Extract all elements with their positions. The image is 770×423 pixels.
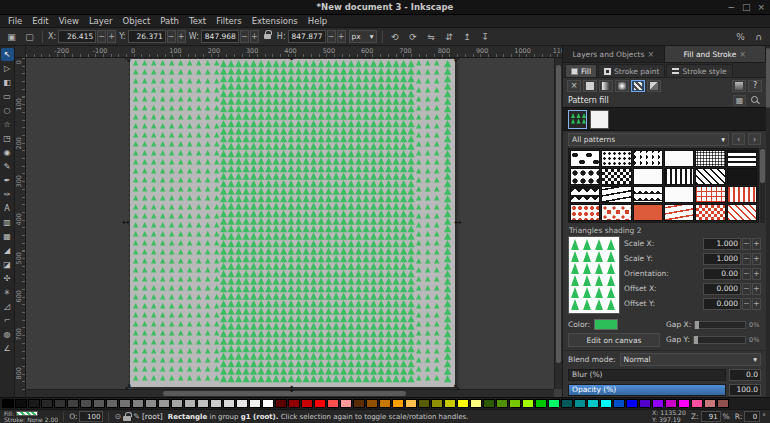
menu-text[interactable]: Text (184, 16, 211, 26)
pattern-tile-checker[interactable] (601, 168, 631, 185)
palette-swatch[interactable] (184, 399, 196, 408)
blank-pattern-thumbnail[interactable] (590, 110, 609, 129)
lock-ratio-icon[interactable] (262, 30, 274, 43)
palette-swatch[interactable] (483, 399, 495, 408)
increment-button[interactable]: + (177, 30, 186, 43)
increment-button[interactable]: + (752, 268, 761, 280)
pattern-tile-red-hatch[interactable] (727, 204, 757, 221)
palette-swatch[interactable] (275, 399, 287, 408)
tool-gradient[interactable]: ▥ (1, 216, 14, 229)
palette-swatch[interactable] (652, 399, 664, 408)
tool-star[interactable]: ☆ (1, 118, 14, 131)
palette-swatch[interactable] (119, 399, 131, 408)
decrement-button[interactable]: − (742, 283, 751, 295)
palette-swatch[interactable] (2, 399, 14, 408)
close-icon[interactable]: × (739, 50, 746, 59)
tool-pen[interactable]: ✒ (1, 174, 14, 187)
menu-extensions[interactable]: Extensions (247, 16, 303, 26)
increment-button[interactable]: + (107, 30, 116, 43)
deselect-button[interactable]: ▢ (22, 30, 37, 44)
title-bar[interactable]: *New document 3 - Inkscape −□× (0, 0, 770, 15)
pattern-grid-scrollbar[interactable] (760, 148, 765, 223)
tab-stroke-paint[interactable]: Stroke paint (598, 64, 665, 77)
units-dropdown[interactable]: px▾ (349, 30, 377, 43)
menu-view[interactable]: View (54, 16, 84, 26)
blend-mode-dropdown[interactable]: Normal ▾ (620, 353, 761, 366)
control-scale-y-input[interactable]: 1.000 (703, 253, 741, 265)
palette-swatch[interactable] (548, 399, 560, 408)
increment-button[interactable]: + (752, 283, 761, 295)
panel-tab-layers-and-objects[interactable]: Layers and Objects× (563, 46, 665, 62)
scale-handle[interactable]: ↔ (122, 218, 130, 226)
pattern-tile-red-lattice[interactable] (695, 186, 725, 203)
palette-swatch[interactable] (431, 399, 443, 408)
tool-dropper[interactable]: ◢ (1, 244, 14, 257)
opacity-value[interactable]: 100.0 (729, 384, 761, 396)
scrollbar-thumb[interactable] (163, 391, 406, 396)
tool-box-3d[interactable]: ◳ (1, 132, 14, 145)
pattern-tile-dots-lg[interactable] (570, 168, 600, 185)
pattern-tile-stripes-h[interactable] (727, 150, 757, 167)
pattern-tile-camo[interactable] (570, 150, 600, 167)
palette-swatch[interactable] (639, 399, 651, 408)
paint-mesh-gradient-button[interactable] (732, 80, 746, 92)
menu-file[interactable]: File (3, 16, 27, 26)
control-orientation-input[interactable]: 0.00 (703, 268, 741, 280)
pattern-tile-red-solid[interactable] (633, 204, 663, 221)
zoom-input[interactable]: 91 (701, 411, 721, 422)
tool-calligraphy[interactable]: ✑ (1, 188, 14, 201)
stroke-width[interactable]: 2.00 (45, 417, 58, 422)
palette-swatch[interactable] (93, 399, 105, 408)
blur-value[interactable]: 0.0 (729, 369, 761, 381)
palette-swatch[interactable] (704, 399, 716, 408)
palette-swatch[interactable] (626, 399, 638, 408)
decrement-button[interactable]: − (167, 30, 176, 43)
palette-swatch[interactable] (41, 399, 53, 408)
palette-swatch[interactable] (535, 399, 547, 408)
current-pattern-thumbnail[interactable] (568, 110, 587, 129)
search-icon[interactable] (749, 95, 761, 106)
palette-swatch[interactable] (496, 399, 508, 408)
palette-swatch[interactable] (197, 399, 209, 408)
menu-filters[interactable]: Filters (211, 16, 246, 26)
select-all-button[interactable]: ▣ (4, 30, 19, 44)
pattern-color-swatch[interactable] (594, 319, 618, 330)
pattern-tile-red-floral[interactable] (601, 204, 631, 221)
flip-horizontal-button[interactable]: ⇋ (424, 30, 439, 44)
tool-ellipse[interactable]: ○ (1, 104, 14, 117)
scrollbar-thumb[interactable] (760, 149, 765, 183)
pattern-tile-solid[interactable] (727, 168, 757, 185)
layer-visibility-icon[interactable]: ⊙ (114, 412, 121, 421)
tool-measure[interactable]: ∠ (1, 342, 14, 355)
pattern-tile-stripes-v[interactable] (664, 168, 694, 185)
palette-swatch[interactable] (366, 399, 378, 408)
close-button[interactable]: × (757, 3, 765, 12)
palette-swatch[interactable] (392, 399, 404, 408)
palette-swatch[interactable] (444, 399, 456, 408)
pattern-tile-red-checker[interactable] (695, 204, 725, 221)
palette-swatch[interactable] (678, 399, 690, 408)
tool-eraser[interactable]: ◿ (1, 300, 14, 313)
dock-scrollbar[interactable] (766, 46, 770, 397)
palette-swatch[interactable] (470, 399, 482, 408)
control-offset-x-input[interactable]: 0.000 (703, 283, 741, 295)
panel-tab-fill-and-stroke[interactable]: Fill and Stroke× (665, 46, 767, 62)
decrement-button[interactable]: − (97, 30, 106, 43)
tool-rectangle[interactable]: ▭ (1, 90, 14, 103)
maximize-button[interactable]: □ (742, 3, 751, 12)
paint-linear-gradient-button[interactable] (599, 80, 613, 92)
palette-swatch[interactable] (509, 399, 521, 408)
palette-swatch[interactable] (665, 399, 677, 408)
tab-stroke-style[interactable]: Stroke style (666, 64, 732, 77)
palette-swatch[interactable] (717, 399, 729, 408)
palette-swatch[interactable] (223, 399, 235, 408)
scale-handle[interactable]: ↔ (288, 385, 296, 393)
palette-swatch[interactable] (80, 399, 92, 408)
tool-spiral[interactable]: ◉ (1, 146, 14, 159)
palette-swatch[interactable] (340, 399, 352, 408)
horizontal-ruler[interactable]: -200-10001002003004005006007008009001000… (26, 46, 562, 58)
palette-swatch[interactable] (249, 399, 261, 408)
palette-swatch[interactable] (28, 399, 40, 408)
palette-swatch[interactable] (353, 399, 365, 408)
tool-text[interactable]: A (1, 202, 14, 215)
